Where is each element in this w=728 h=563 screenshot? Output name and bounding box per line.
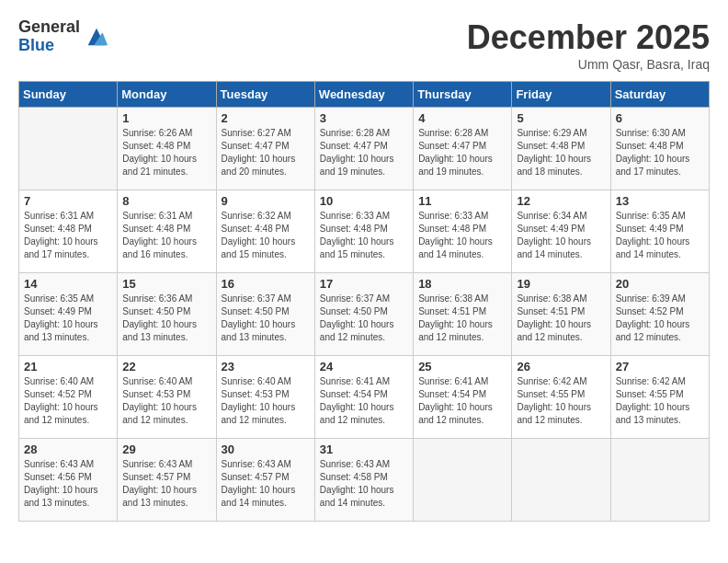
- week-row-1: 1Sunrise: 6:26 AMSunset: 4:48 PMDaylight…: [19, 108, 710, 190]
- day-number: 2: [222, 111, 310, 125]
- calendar-cell: [610, 439, 709, 522]
- day-number: 16: [222, 277, 310, 291]
- calendar-cell: 30Sunrise: 6:43 AMSunset: 4:57 PMDayligh…: [216, 439, 314, 522]
- day-info: Sunrise: 6:30 AMSunset: 4:48 PMDaylight:…: [616, 127, 704, 178]
- header-day-sunday: Sunday: [19, 82, 118, 108]
- calendar-cell: 4Sunrise: 6:28 AMSunset: 4:47 PMDaylight…: [414, 108, 512, 190]
- calendar-cell: 13Sunrise: 6:35 AMSunset: 4:49 PMDayligh…: [610, 190, 709, 273]
- day-info: Sunrise: 6:28 AMSunset: 4:47 PMDaylight:…: [418, 127, 506, 178]
- calendar-cell: [414, 439, 512, 522]
- day-number: 28: [24, 442, 112, 456]
- day-number: 9: [222, 194, 310, 208]
- day-info: Sunrise: 6:43 AMSunset: 4:57 PMDaylight:…: [222, 458, 310, 510]
- header-day-tuesday: Tuesday: [216, 82, 314, 108]
- calendar-cell: 3Sunrise: 6:28 AMSunset: 4:47 PMDaylight…: [314, 108, 413, 190]
- month-title: December 2025: [467, 18, 710, 57]
- calendar-cell: 29Sunrise: 6:43 AMSunset: 4:57 PMDayligh…: [118, 439, 216, 522]
- day-info: Sunrise: 6:34 AMSunset: 4:49 PMDaylight:…: [517, 210, 605, 261]
- header-day-thursday: Thursday: [414, 82, 512, 108]
- day-info: Sunrise: 6:41 AMSunset: 4:54 PMDaylight:…: [418, 375, 506, 427]
- day-info: Sunrise: 6:35 AMSunset: 4:49 PMDaylight:…: [24, 293, 112, 344]
- day-number: 20: [616, 277, 704, 291]
- day-number: 31: [320, 442, 408, 456]
- calendar-cell: 2Sunrise: 6:27 AMSunset: 4:47 PMDaylight…: [216, 108, 314, 190]
- calendar-cell: 28Sunrise: 6:43 AMSunset: 4:56 PMDayligh…: [19, 439, 118, 522]
- calendar-cell: 7Sunrise: 6:31 AMSunset: 4:48 PMDaylight…: [19, 190, 118, 273]
- day-number: 17: [320, 277, 408, 291]
- day-info: Sunrise: 6:40 AMSunset: 4:52 PMDaylight:…: [24, 375, 112, 427]
- calendar-cell: 31Sunrise: 6:43 AMSunset: 4:58 PMDayligh…: [314, 439, 413, 522]
- logo: General Blue: [18, 18, 109, 55]
- calendar-cell: 6Sunrise: 6:30 AMSunset: 4:48 PMDaylight…: [610, 108, 709, 190]
- calendar-cell: 9Sunrise: 6:32 AMSunset: 4:48 PMDaylight…: [216, 190, 314, 273]
- day-number: 14: [24, 277, 112, 291]
- day-number: 8: [122, 194, 210, 208]
- day-info: Sunrise: 6:33 AMSunset: 4:48 PMDaylight:…: [418, 210, 506, 261]
- day-number: 27: [616, 360, 704, 373]
- day-number: 21: [24, 360, 112, 373]
- day-info: Sunrise: 6:27 AMSunset: 4:47 PMDaylight:…: [222, 127, 310, 178]
- day-number: 19: [517, 277, 605, 291]
- day-number: 13: [616, 194, 704, 208]
- logo-general: General: [18, 18, 80, 37]
- day-info: Sunrise: 6:43 AMSunset: 4:58 PMDaylight:…: [320, 458, 408, 510]
- day-info: Sunrise: 6:42 AMSunset: 4:55 PMDaylight:…: [517, 375, 605, 427]
- day-number: 12: [517, 194, 605, 208]
- day-number: 10: [320, 194, 408, 208]
- calendar-cell: 11Sunrise: 6:33 AMSunset: 4:48 PMDayligh…: [414, 190, 512, 273]
- day-number: 30: [222, 442, 310, 456]
- calendar-cell: 1Sunrise: 6:26 AMSunset: 4:48 PMDaylight…: [118, 108, 216, 190]
- calendar-cell: 14Sunrise: 6:35 AMSunset: 4:49 PMDayligh…: [19, 273, 118, 356]
- header-day-monday: Monday: [118, 82, 216, 108]
- day-number: 26: [517, 360, 605, 373]
- calendar-cell: 18Sunrise: 6:38 AMSunset: 4:51 PMDayligh…: [414, 273, 512, 356]
- calendar-table: SundayMondayTuesdayWednesdayThursdayFrid…: [18, 81, 710, 522]
- location: Umm Qasr, Basra, Iraq: [467, 57, 710, 72]
- day-info: Sunrise: 6:32 AMSunset: 4:48 PMDaylight:…: [222, 210, 310, 261]
- week-row-3: 14Sunrise: 6:35 AMSunset: 4:49 PMDayligh…: [19, 273, 710, 356]
- calendar-cell: 21Sunrise: 6:40 AMSunset: 4:52 PMDayligh…: [19, 356, 118, 439]
- calendar-cell: 8Sunrise: 6:31 AMSunset: 4:48 PMDaylight…: [118, 190, 216, 273]
- calendar-cell: [19, 108, 118, 190]
- calendar-cell: 22Sunrise: 6:40 AMSunset: 4:53 PMDayligh…: [118, 356, 216, 439]
- header-day-friday: Friday: [512, 82, 610, 108]
- day-number: 18: [418, 277, 506, 291]
- calendar-cell: 27Sunrise: 6:42 AMSunset: 4:55 PMDayligh…: [610, 356, 709, 439]
- calendar-cell: 16Sunrise: 6:37 AMSunset: 4:50 PMDayligh…: [216, 273, 314, 356]
- calendar-cell: 26Sunrise: 6:42 AMSunset: 4:55 PMDayligh…: [512, 356, 610, 439]
- week-row-4: 21Sunrise: 6:40 AMSunset: 4:52 PMDayligh…: [19, 356, 710, 439]
- day-number: 4: [418, 111, 506, 125]
- week-row-2: 7Sunrise: 6:31 AMSunset: 4:48 PMDaylight…: [19, 190, 710, 273]
- day-info: Sunrise: 6:40 AMSunset: 4:53 PMDaylight:…: [222, 375, 310, 427]
- day-number: 7: [24, 194, 112, 208]
- day-number: 25: [418, 360, 506, 373]
- day-number: 22: [122, 360, 210, 373]
- day-number: 29: [122, 442, 210, 456]
- day-info: Sunrise: 6:40 AMSunset: 4:53 PMDaylight:…: [122, 375, 210, 427]
- calendar-cell: 23Sunrise: 6:40 AMSunset: 4:53 PMDayligh…: [216, 356, 314, 439]
- day-info: Sunrise: 6:38 AMSunset: 4:51 PMDaylight:…: [517, 293, 605, 344]
- calendar-cell: 25Sunrise: 6:41 AMSunset: 4:54 PMDayligh…: [414, 356, 512, 439]
- day-info: Sunrise: 6:29 AMSunset: 4:48 PMDaylight:…: [517, 127, 605, 178]
- day-info: Sunrise: 6:35 AMSunset: 4:49 PMDaylight:…: [616, 210, 704, 261]
- calendar-cell: 17Sunrise: 6:37 AMSunset: 4:50 PMDayligh…: [314, 273, 413, 356]
- day-number: 5: [517, 111, 605, 125]
- calendar-cell: 19Sunrise: 6:38 AMSunset: 4:51 PMDayligh…: [512, 273, 610, 356]
- title-block: December 2025 Umm Qasr, Basra, Iraq: [467, 18, 710, 72]
- logo-blue: Blue: [18, 37, 80, 55]
- page-header: General Blue December 2025 Umm Qasr, Bas…: [18, 18, 710, 72]
- logo-icon: [84, 24, 109, 50]
- calendar-cell: 12Sunrise: 6:34 AMSunset: 4:49 PMDayligh…: [512, 190, 610, 273]
- day-number: 23: [222, 360, 310, 373]
- day-number: 15: [122, 277, 210, 291]
- calendar-cell: 24Sunrise: 6:41 AMSunset: 4:54 PMDayligh…: [314, 356, 413, 439]
- header-day-wednesday: Wednesday: [314, 82, 413, 108]
- day-info: Sunrise: 6:36 AMSunset: 4:50 PMDaylight:…: [122, 293, 210, 344]
- day-info: Sunrise: 6:37 AMSunset: 4:50 PMDaylight:…: [320, 293, 408, 344]
- day-info: Sunrise: 6:26 AMSunset: 4:48 PMDaylight:…: [122, 127, 210, 178]
- day-info: Sunrise: 6:31 AMSunset: 4:48 PMDaylight:…: [122, 210, 210, 261]
- day-number: 11: [418, 194, 506, 208]
- day-info: Sunrise: 6:33 AMSunset: 4:48 PMDaylight:…: [320, 210, 408, 261]
- day-info: Sunrise: 6:39 AMSunset: 4:52 PMDaylight:…: [616, 293, 704, 344]
- day-number: 24: [320, 360, 408, 373]
